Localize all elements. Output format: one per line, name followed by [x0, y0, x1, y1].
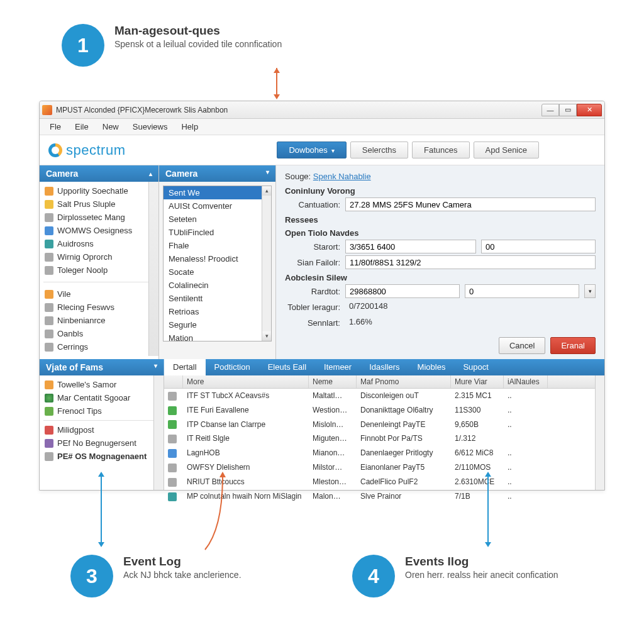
- menu-help[interactable]: Help: [175, 120, 204, 133]
- gh-maf[interactable]: Maf Pnomo: [357, 375, 451, 388]
- side-item[interactable]: Toleger Noolp: [40, 264, 158, 277]
- camera-item[interactable]: TUbliFincled: [164, 226, 271, 239]
- table-row[interactable]: ITE Furi EavalleneWestion…Donanikttage O…: [164, 403, 604, 418]
- tab-selerchs[interactable]: Selercths: [350, 142, 408, 158]
- side-item[interactable]: Ninbenianrce: [40, 314, 158, 327]
- close-button[interactable]: ✕: [577, 104, 602, 116]
- gh-more[interactable]: More: [183, 375, 309, 388]
- tab-apd-senice[interactable]: Apd Senice: [474, 142, 540, 158]
- callout-1: 1 Man-agesout-ques Spensk ot a leilual c…: [62, 24, 282, 67]
- tab-dowboles[interactable]: Dowbohes: [277, 142, 346, 158]
- ltab-podtiction[interactable]: Podtiction: [206, 359, 259, 375]
- pef-icon: [45, 439, 53, 448]
- san-input[interactable]: [345, 255, 596, 269]
- tab-fatunces[interactable]: Fatunces: [412, 142, 469, 158]
- camera-item[interactable]: Sent We: [164, 186, 271, 199]
- callout-1-text: Man-agesout-ques Spensk ot a leilual cov…: [114, 24, 282, 49]
- side-item[interactable]: Auidrosns: [40, 237, 158, 250]
- side-item[interactable]: Salt Prus Sluple: [40, 197, 158, 211]
- side-item[interactable]: Rlecing Feswvs: [40, 301, 158, 314]
- dropdown-icon[interactable]: ▾: [584, 284, 596, 298]
- lower-right: More Neme Maf Pnomo Mure Viar iAlNaules …: [164, 375, 604, 490]
- table-row[interactable]: LagnHOBMianon…Danenlaeger Pritlogty6/612…: [164, 446, 604, 460]
- camera-item[interactable]: Socate: [164, 265, 271, 279]
- camera-item[interactable]: Mation: [164, 331, 271, 341]
- side-item[interactable]: Cerrings: [40, 340, 158, 353]
- table-row[interactable]: IT Reitl SlgleMiguten…Finnobt Por Pa/TS1…: [164, 431, 604, 446]
- app-icon: [45, 426, 53, 435]
- side-item[interactable]: Oanbls: [40, 327, 158, 340]
- camera-scrollbar[interactable]: ▴ ▾: [262, 186, 271, 341]
- sidebar-scroll[interactable]: Upporlity Soechatle Salt Prus Sluple Dir…: [40, 182, 158, 356]
- scroll-down-icon[interactable]: ▾: [262, 331, 271, 341]
- lower-head-label: Vjate of Fams: [46, 362, 103, 372]
- menu-eile[interactable]: Eile: [69, 120, 95, 133]
- camera-item[interactable]: Menaless! Proodict: [164, 252, 271, 265]
- camera-item[interactable]: Sentilentt: [164, 292, 271, 305]
- submit-button[interactable]: Eranal: [550, 337, 596, 354]
- table-row[interactable]: OWFSY DlelishernMilstor…Eianonlaner PayT…: [164, 460, 604, 475]
- starort-input[interactable]: [345, 240, 476, 253]
- side-item[interactable]: Dirplossetec Mang: [40, 211, 158, 224]
- svg-marker-2: [274, 68, 280, 73]
- table-row[interactable]: ITP Cbanse lan ClarrpeMisloln…Denenleing…: [164, 418, 604, 432]
- gh-icon[interactable]: [164, 375, 183, 388]
- camera-listbox[interactable]: Sent We AUISt Comventer Seteten TUbliFin…: [163, 186, 272, 341]
- ltab-supoct[interactable]: Supoct: [454, 359, 497, 375]
- menu-sueviews[interactable]: Sueviews: [126, 120, 174, 133]
- svg-marker-5: [98, 542, 104, 547]
- side-item[interactable]: Wirnig Oprorch: [40, 250, 158, 264]
- camera-item[interactable]: Seteten: [164, 213, 271, 226]
- side-label: Cerrings: [57, 342, 88, 352]
- camera-item[interactable]: AUISt Comventer: [164, 199, 271, 213]
- scroll-up-icon[interactable]: ▴: [262, 186, 271, 196]
- minimize-button[interactable]: —: [541, 104, 559, 116]
- ll-item[interactable]: Milidgpost: [40, 423, 164, 436]
- camera-item[interactable]: Colalinecin: [164, 279, 271, 292]
- chevron-down-icon: ▾: [154, 362, 157, 372]
- camera-item[interactable]: Segurle: [164, 318, 271, 331]
- ll-item[interactable]: Mar Centatit Sgooar: [40, 391, 164, 404]
- tobler-row: Tobler Ieragur: 0/7200148: [285, 300, 596, 314]
- gh-ialnaules[interactable]: iAlNaules: [504, 375, 548, 388]
- menu-fle[interactable]: Fle: [43, 120, 67, 133]
- camera-head-label: Camera: [165, 169, 197, 179]
- maximize-button[interactable]: ▭: [559, 104, 577, 116]
- file-icon: [45, 290, 53, 299]
- table-row[interactable]: ITF ST TubcX ACeavs#sMaltatl…Disconleige…: [164, 389, 604, 403]
- side-item[interactable]: Upporlity Soechatle: [40, 184, 158, 197]
- gear-icon: [45, 343, 53, 352]
- ltab-miobles[interactable]: Miobles: [409, 359, 455, 375]
- side-item[interactable]: WOMWS Oesigness: [40, 224, 158, 237]
- randot-input[interactable]: [345, 284, 460, 298]
- table-row[interactable]: NRIUT BttcouccsMleston…CadelFlico PulF22…: [164, 475, 604, 489]
- lower-head[interactable]: Vjate of Fams ▾: [40, 359, 164, 375]
- cantuation-input[interactable]: [345, 197, 596, 211]
- ll-item[interactable]: PEf No Begnugersent: [40, 436, 164, 450]
- camera-head[interactable]: Camera ▾: [159, 165, 275, 182]
- camera-item[interactable]: Fhale: [164, 239, 271, 252]
- cancel-button[interactable]: Cancel: [499, 337, 545, 354]
- souge-link[interactable]: Spenk Nahablie: [313, 172, 371, 181]
- randot-b-input[interactable]: [465, 284, 579, 298]
- menu-new[interactable]: New: [96, 120, 125, 133]
- ll-item[interactable]: PE# OS Mognagenaent: [40, 450, 164, 463]
- ltab-idasllers[interactable]: Idasllers: [360, 359, 408, 375]
- sidebar-head[interactable]: Camera ▴: [40, 165, 158, 182]
- camera-column: Camera ▾ Sent We AUISt Comventer Seteten…: [159, 165, 276, 359]
- starort-b-input[interactable]: [481, 240, 596, 253]
- side-item[interactable]: Vile: [40, 287, 158, 301]
- ltab-dertall[interactable]: Dertall: [164, 359, 206, 375]
- brand-text: spectrum: [66, 142, 125, 158]
- sidebar-list-1: Upporlity Soechatle Salt Prus Sluple Dir…: [40, 182, 158, 279]
- titlebar[interactable]: MPUST Alconded {PFICX}Mecerowrk Slis Aab…: [40, 101, 604, 119]
- grid-scrollbar[interactable]: [595, 375, 604, 490]
- gh-mure[interactable]: Mure Viar: [451, 375, 504, 388]
- table-row[interactable]: MP colnutaln hwaih Norn MiSlaginMalon…Sl…: [164, 489, 604, 504]
- ll-item[interactable]: Frenocl Tips: [40, 404, 164, 418]
- ltab-itemeer[interactable]: Itemeer: [315, 359, 360, 375]
- ltab-eleuts[interactable]: Eleuts Eall: [259, 359, 315, 375]
- ll-item[interactable]: Towelle's Samor: [40, 378, 164, 391]
- camera-item[interactable]: Retrioas: [164, 305, 271, 318]
- gh-neme[interactable]: Neme: [309, 375, 357, 388]
